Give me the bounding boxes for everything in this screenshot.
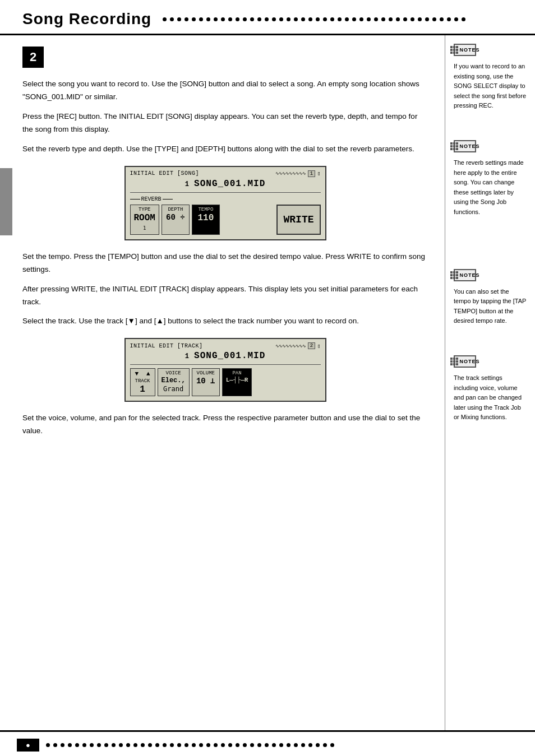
footer-dot xyxy=(155,743,159,747)
screen-number-song: 1 xyxy=(308,170,315,177)
grid-cell xyxy=(450,145,453,147)
notes-badge-2: NOTES xyxy=(454,140,527,152)
footer-dot xyxy=(177,743,181,747)
footer-dot xyxy=(192,743,196,747)
param-type-label: TYPE xyxy=(134,207,155,212)
param-volume-value: 10 ⊥ xyxy=(196,377,216,385)
footer-dot xyxy=(221,743,225,747)
footer-dot xyxy=(287,743,290,747)
track-select-box: ▼ ▲ TRACK 1 xyxy=(130,368,155,396)
write-button[interactable]: WRITE xyxy=(276,205,320,235)
grid-cell xyxy=(450,142,453,145)
footer-dot xyxy=(90,743,94,747)
footer-dots xyxy=(46,743,518,747)
footer-dot xyxy=(294,743,298,747)
param-tempo-value: 110 xyxy=(196,214,216,222)
footer-dot xyxy=(265,743,269,747)
footer-dot xyxy=(53,743,57,747)
param-volume-label: VOLUME xyxy=(196,370,216,376)
notes-badge-4: NOTES xyxy=(454,355,527,368)
dot xyxy=(301,17,305,21)
grid-cell xyxy=(453,360,455,363)
footer-dot xyxy=(163,743,167,747)
screen-display-song: INITIAL EDIT [SONG] ∿∿∿∿∿∿∿∿∿ 1 ▯ 1 SONG… xyxy=(124,166,326,240)
footer-dot xyxy=(206,743,210,747)
dot xyxy=(221,17,225,21)
grid-cell xyxy=(456,274,458,276)
section-line-left xyxy=(130,199,140,200)
footer-dot xyxy=(301,743,305,747)
param-voice-value: Elec., xyxy=(162,377,186,384)
footer-dot xyxy=(148,743,152,747)
signal-wave-2: ∿∿∿∿∿∿∿∿∿ xyxy=(275,344,306,349)
sidebar-note-text-3: You can also set the tempo by tapping th… xyxy=(454,287,527,326)
notes-label-4: NOTES xyxy=(460,359,480,364)
body-text-p6: Select the track. Use the track [▼] and … xyxy=(22,315,428,328)
track-up-arrow[interactable]: ▲ xyxy=(146,370,150,377)
footer-page-badge: ● xyxy=(17,739,39,752)
footer-dot xyxy=(126,743,130,747)
grid-cell xyxy=(456,148,458,150)
step-number: 2 xyxy=(22,47,44,68)
right-sidebar: NOTES If you want to record to an existi… xyxy=(445,35,535,730)
grid-cell xyxy=(450,363,453,365)
dot xyxy=(294,17,298,21)
notes-grid-3 xyxy=(450,271,458,279)
main-layout: 2 Select the song you want to record to.… xyxy=(0,35,535,730)
screen-params-row: TYPE ROOM 1 DEPTH 60 ÷ TEMPO 110 WRITE xyxy=(130,205,321,235)
dot xyxy=(192,17,196,21)
dot xyxy=(338,17,342,21)
track-down-arrow[interactable]: ▼ xyxy=(135,370,139,377)
footer-dot xyxy=(46,743,50,747)
dot xyxy=(257,17,261,21)
body-paragraph-5: After pressing WRITE, the INITIAL EDIT [… xyxy=(22,283,428,309)
sidebar-note-text-1: If you want to record to an existing son… xyxy=(454,62,527,111)
footer-dot xyxy=(316,743,320,747)
grid-cell xyxy=(450,52,453,54)
dot xyxy=(163,17,167,21)
param-voice-value2: Grand xyxy=(163,385,183,393)
grid-cell xyxy=(450,360,453,363)
grid-cell xyxy=(456,271,458,273)
dot xyxy=(279,17,283,21)
section-line-right xyxy=(163,199,173,200)
body-paragraph-1: Select the song you want to record to. U… xyxy=(22,78,428,104)
footer-dot xyxy=(104,743,108,747)
param-depth-value: 60 ÷ xyxy=(165,214,186,221)
grid-cell xyxy=(456,277,458,279)
reverb-label: REVERB xyxy=(141,196,162,202)
grid-cell xyxy=(450,277,453,279)
footer-dot xyxy=(75,743,79,747)
screen-song-name-2: 1 SONG_001.MID xyxy=(130,351,321,361)
dot xyxy=(432,17,436,21)
notes-grid-4 xyxy=(450,358,458,365)
dot xyxy=(345,17,349,21)
footer-dot xyxy=(236,743,239,747)
notes-icon-1: NOTES xyxy=(454,44,476,56)
footer-dot xyxy=(272,743,276,747)
grid-cell xyxy=(453,358,455,360)
section-tab xyxy=(0,168,12,235)
footer-dot xyxy=(323,743,327,747)
grid-cell xyxy=(456,360,458,363)
dot xyxy=(367,17,371,21)
notes-label-1: NOTES xyxy=(460,47,480,53)
sidebar-note-text-4: The track settings including voice, volu… xyxy=(454,373,527,423)
dot xyxy=(206,17,210,21)
grid-cell xyxy=(450,271,453,273)
dot xyxy=(396,17,400,21)
body-paragraph-3: Set the reverb type and depth. Use the [… xyxy=(22,143,428,156)
page-title: Song Recording xyxy=(22,10,151,28)
footer-dot xyxy=(133,743,137,747)
battery-indicator: ▯ xyxy=(317,170,320,177)
dot xyxy=(389,17,393,21)
footer-dot xyxy=(68,743,72,747)
spacer-1 xyxy=(454,118,527,140)
body-text-p2: Press the [REC] button. The INITIAL EDIT… xyxy=(22,110,428,136)
spacer-3 xyxy=(454,333,527,355)
grid-cell xyxy=(453,274,455,276)
screen-display-track: INITIAL EDIT [TRACK] ∿∿∿∿∿∿∿∿∿ 2 ▯ 1 SON… xyxy=(124,338,326,402)
param-depth-box: DEPTH 60 ÷ xyxy=(162,205,190,235)
dot xyxy=(177,17,181,21)
footer-dot xyxy=(214,743,218,747)
